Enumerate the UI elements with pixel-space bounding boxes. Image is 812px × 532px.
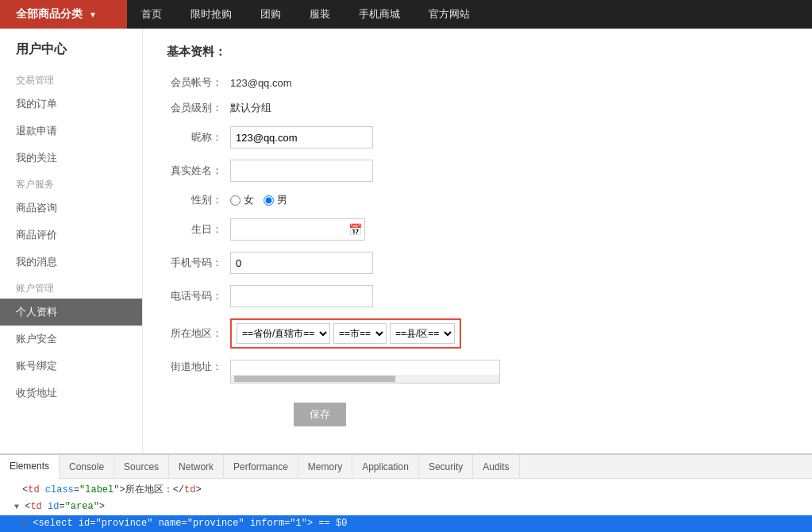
account-label: 会员帐号： [167, 75, 230, 90]
nav-clothing[interactable]: 服装 [295, 0, 344, 29]
realname-label: 真实姓名： [167, 164, 230, 178]
tab-security-label: Security [429, 461, 463, 472]
calendar-icon: 📅 [348, 223, 362, 236]
section-label-transaction: 交易管理 [0, 67, 142, 91]
nav-official-site[interactable]: 官方网站 [414, 0, 484, 29]
tab-console-label: Console [69, 461, 104, 472]
mobile-input[interactable] [230, 252, 373, 274]
code-line-select-province[interactable]: <select id="province" name="province" in… [0, 515, 812, 532]
nav-flash-sale[interactable]: 限时抢购 [176, 0, 246, 29]
sidebar-title: 用户中心 [0, 41, 142, 67]
content-area: 基本资料： 会员帐号： 123@qq.com 会员级别： 默认分组 昵称： 真实… [143, 29, 812, 453]
tab-performance[interactable]: Performance [224, 455, 298, 479]
gender-female-label: 女 [244, 193, 254, 207]
gender-female-option[interactable]: 女 [230, 193, 254, 207]
form-row-mobile: 手机号码： [167, 252, 788, 274]
region-label: 所在地区： [167, 326, 230, 341]
code-line-td-area: <td id="area"> [0, 499, 812, 515]
phone-input[interactable] [230, 285, 373, 307]
devtools-code: <td class="label">所在地区：</td> <td id="are… [0, 479, 812, 532]
tab-security[interactable]: Security [419, 455, 473, 479]
district-select[interactable]: ==县/区== [390, 323, 455, 344]
tab-audits[interactable]: Audits [473, 455, 519, 479]
gender-male-option[interactable]: 男 [264, 193, 287, 207]
section-title: 基本资料： [167, 44, 788, 60]
nav-home[interactable]: 首页 [127, 0, 176, 29]
sidebar-item-my-favorites[interactable]: 我的关注 [0, 145, 142, 172]
category-arrow-icon: ▼ [89, 10, 97, 19]
form-row-nickname: 昵称： [167, 126, 788, 148]
street-scrollbar-thumb [234, 376, 395, 382]
account-value: 123@qq.com [230, 77, 292, 89]
section-label-customer-service: 客户服务 [0, 172, 142, 195]
form-row-phone: 电话号码： [167, 285, 788, 307]
save-button[interactable]: 保存 [294, 403, 346, 426]
street-container [230, 360, 500, 384]
tab-memory[interactable]: Memory [298, 455, 352, 479]
sidebar-item-product-inquiry[interactable]: 商品咨询 [0, 195, 142, 222]
section-label-account: 账户管理 [0, 276, 142, 299]
sidebar-item-my-orders[interactable]: 我的订单 [0, 91, 142, 118]
form-row-birthday: 生日： 📅 [167, 218, 788, 241]
form-row-gender: 性别： 女 男 [167, 193, 788, 207]
phone-label: 电话号码： [167, 289, 230, 303]
tab-sources[interactable]: Sources [114, 455, 169, 479]
code-line-td-label: <td class="label">所在地区：</td> [0, 482, 812, 499]
mobile-label: 手机号码： [167, 256, 230, 270]
sidebar-item-account-binding[interactable]: 账号绑定 [0, 353, 142, 380]
tab-network[interactable]: Network [169, 455, 224, 479]
birthday-label: 生日： [167, 222, 230, 237]
form-row-region: 所在地区： ==省份/直辖市== ==市== ==县/区== [167, 318, 788, 349]
province-select[interactable]: ==省份/直辖市== [237, 323, 330, 344]
devtools-panel: Elements Console Sources Network Perform… [0, 453, 812, 532]
level-value: 默认分组 [230, 101, 271, 115]
devtools-tabs: Elements Console Sources Network Perform… [0, 455, 812, 479]
form-row-account: 会员帐号： 123@qq.com [167, 75, 788, 90]
gender-male-radio[interactable] [264, 195, 274, 206]
realname-input[interactable] [230, 160, 373, 182]
sidebar-item-shipping-address[interactable]: 收货地址 [0, 380, 142, 407]
street-scrollbar[interactable] [231, 375, 499, 383]
category-label: 全部商品分类 [16, 7, 83, 21]
street-label: 街道地址： [167, 360, 230, 374]
main-nav: 首页 限时抢购 团购 服装 手机商城 官方网站 [127, 0, 484, 29]
nav-group-buy[interactable]: 团购 [246, 0, 295, 29]
form-row-save: 保存 [167, 395, 788, 426]
tab-application-label: Application [362, 461, 409, 472]
form-row-realname: 真实姓名： [167, 160, 788, 182]
main-container: 用户中心 交易管理 我的订单 退款申请 我的关注 客户服务 商品咨询 商品评价 … [0, 29, 812, 453]
tab-memory-label: Memory [308, 461, 342, 472]
sidebar-item-account-security[interactable]: 账户安全 [0, 326, 142, 353]
gender-radio-group: 女 男 [230, 193, 287, 207]
top-navigation: 全部商品分类 ▼ 首页 限时抢购 团购 服装 手机商城 官方网站 [0, 0, 812, 29]
birthday-input[interactable] [230, 218, 365, 241]
level-label: 会员级别： [167, 101, 230, 115]
tab-performance-label: Performance [233, 461, 288, 472]
tab-application[interactable]: Application [352, 455, 419, 479]
gender-label: 性别： [167, 193, 230, 207]
sidebar: 用户中心 交易管理 我的订单 退款申请 我的关注 客户服务 商品咨询 商品评价 … [0, 29, 143, 453]
sidebar-item-profile[interactable]: 个人资料 [0, 299, 142, 326]
sidebar-item-product-review[interactable]: 商品评价 [0, 222, 142, 249]
gender-female-radio[interactable] [230, 195, 241, 206]
tab-sources-label: Sources [124, 461, 159, 472]
tab-elements[interactable]: Elements [0, 455, 60, 479]
category-button[interactable]: 全部商品分类 ▼ [0, 0, 127, 29]
nickname-input[interactable] [230, 126, 373, 148]
form-row-level: 会员级别： 默认分组 [167, 101, 788, 115]
tab-elements-label: Elements [10, 461, 49, 472]
tab-audits-label: Audits [483, 461, 509, 472]
nav-mobile-shop[interactable]: 手机商城 [344, 0, 414, 29]
location-selects: ==省份/直辖市== ==市== ==县/区== [230, 318, 461, 349]
city-select[interactable]: ==市== [333, 323, 387, 344]
nickname-label: 昵称： [167, 130, 230, 145]
sidebar-item-my-messages[interactable]: 我的消息 [0, 249, 142, 276]
tab-network-label: Network [179, 461, 214, 472]
gender-male-label: 男 [277, 193, 287, 207]
form-row-street: 街道地址： [167, 360, 788, 384]
tab-console[interactable]: Console [60, 455, 114, 479]
sidebar-item-refund[interactable]: 退款申请 [0, 118, 142, 145]
